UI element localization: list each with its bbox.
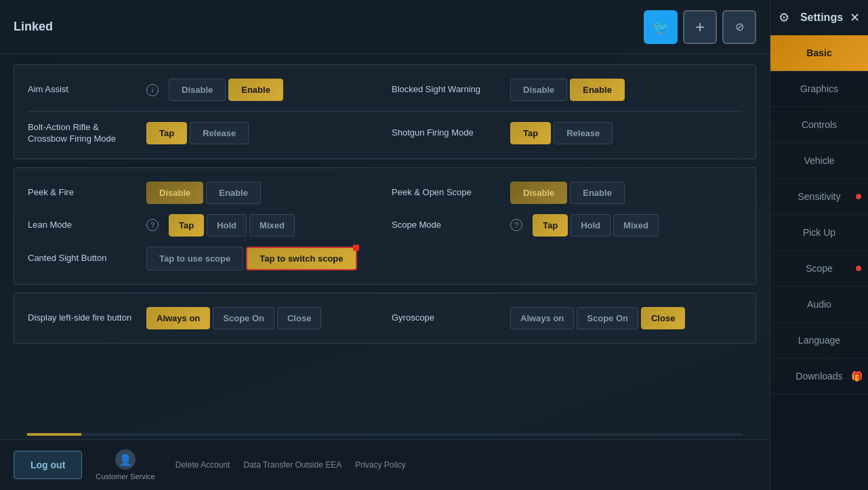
gyro-scope-button[interactable]: Scope On [577,307,638,329]
lean-mode-group: Lean Mode ? Tap Hold Mixed [28,214,378,237]
lean-hold-button[interactable]: Hold [207,214,247,237]
settings-gear-icon: ⚙ [779,10,789,25]
scroll-thumb [27,433,81,436]
scope-mode-group: Scope Mode ? Tap Hold Mixed [392,214,742,237]
section-1: Aim Assist i Disable Enable Blocked Sigh… [14,64,756,159]
display-fire-group: Display left-side fire button Always on … [28,307,378,329]
display-fire-buttons: Always on Scope On Close [146,307,321,329]
sidebar-header: ⚙ Settings ✕ [770,0,868,35]
sidebar-item-downloads[interactable]: Downloads 🎁 [770,359,868,394]
row-canted: Canted Sight Button Tap to use scope Tap… [28,247,742,270]
aim-assist-enable-button[interactable]: Enable [228,79,283,101]
customer-service-button[interactable]: 👤 Customer Service [96,449,154,481]
scope-mode-buttons: Tap Hold Mixed [533,214,659,237]
blocked-sight-disable-button[interactable]: Disable [510,79,567,101]
aim-assist-info-icon[interactable]: i [146,84,159,96]
blocked-sight-label: Blocked Sight Warning [392,84,500,96]
sidebar-item-graphics[interactable]: Graphics [770,71,868,107]
main-content: Aim Assist i Disable Enable Blocked Sigh… [0,54,770,433]
scope-info-icon[interactable]: ? [510,219,522,231]
scope-hold-button[interactable]: Hold [571,214,611,237]
aim-assist-label: Aim Assist [28,84,136,96]
peek-open-enable-button[interactable]: Enable [570,182,625,204]
section-2: Peek & Fire Disable Enable Peek & Open S… [14,167,756,285]
display-fire-label: Display left-side fire button [28,312,136,324]
blocked-sight-group: Blocked Sight Warning Disable Enable [392,79,742,101]
lean-tap-button[interactable]: Tap [169,214,204,237]
delete-account-link[interactable]: Delete Account [175,460,230,470]
canted-group: Canted Sight Button Tap to use scope Tap… [28,247,742,270]
bolt-action-group: Bolt-Action Rifle &Crossbow Firing Mode … [28,122,378,145]
edit-button[interactable]: ⊘ [722,10,756,44]
canted-notification-dot [353,245,359,251]
linked-label: Linked [14,20,53,34]
sidebar-item-controls[interactable]: Controls [770,107,868,143]
section-3: Display left-side fire button Always on … [14,293,756,344]
customer-service-label: Customer Service [96,472,154,481]
peek-open-label: Peek & Open Scope [392,187,500,199]
settings-close-icon[interactable]: ✕ [850,10,860,25]
logout-button[interactable]: Log out [14,451,82,479]
settings-title: Settings [800,12,843,24]
display-close-button[interactable]: Close [277,307,321,329]
aim-assist-group: Aim Assist i Disable Enable [28,79,378,101]
shotgun-tap-button[interactable]: Tap [510,122,551,144]
sidebar-item-scope[interactable]: Scope [770,251,868,287]
sensitivity-notification-dot [856,194,861,199]
settings-sidebar: ⚙ Settings ✕ Basic Graphics Controls Veh… [770,0,868,490]
bottom-bar: Log out 👤 Customer Service Delete Accoun… [0,439,770,490]
twitter-button[interactable]: 🐦 [644,10,678,44]
gyro-close-button[interactable]: Close [641,307,685,329]
sidebar-item-vehicle[interactable]: Vehicle [770,143,868,179]
shotgun-label: Shotgun Firing Mode [392,127,500,139]
scope-tap-button[interactable]: Tap [533,214,568,237]
sidebar-item-language[interactable]: Language [770,323,868,359]
lean-mixed-button[interactable]: Mixed [249,214,295,237]
shotgun-release-button[interactable]: Release [554,122,613,144]
peek-open-buttons: Disable Enable [510,182,625,204]
peek-fire-disable-button[interactable]: Disable [146,182,203,204]
scope-mode-label: Scope Mode [392,220,500,231]
bolt-action-label: Bolt-Action Rifle &Crossbow Firing Mode [28,122,136,145]
canted-label: Canted Sight Button [28,253,136,264]
data-transfer-link[interactable]: Data Transfer Outside EEA [243,460,342,470]
canted-opt1-button[interactable]: Tap to use scope [146,247,243,270]
sidebar-item-audio[interactable]: Audio [770,287,868,323]
peek-open-disable-button[interactable]: Disable [510,182,567,204]
downloads-gift-icon: 🎁 [851,371,863,382]
sidebar-item-basic[interactable]: Basic [770,35,868,71]
row-peek: Peek & Fire Disable Enable Peek & Open S… [28,182,742,204]
bolt-action-release-button[interactable]: Release [190,122,249,144]
bolt-action-buttons: Tap Release [146,122,249,144]
aim-assist-disable-button[interactable]: Disable [169,79,226,101]
twitter-icon: 🐦 [653,19,669,35]
plus-icon: + [695,18,705,37]
display-scope-button[interactable]: Scope On [213,307,274,329]
privacy-policy-link[interactable]: Privacy Policy [355,460,406,470]
peek-fire-group: Peek & Fire Disable Enable [28,182,378,204]
shotgun-buttons: Tap Release [510,122,613,144]
scroll-indicator [27,433,743,436]
blocked-sight-enable-button[interactable]: Enable [570,79,625,101]
lean-buttons: Tap Hold Mixed [169,214,295,237]
row-lean-scope: Lean Mode ? Tap Hold Mixed Scope Mode ? … [28,214,742,237]
sidebar-item-pickup[interactable]: Pick Up [770,215,868,251]
peek-fire-label: Peek & Fire [28,187,136,199]
peek-fire-enable-button[interactable]: Enable [206,182,261,204]
canted-opt2-button[interactable]: Tap to switch scope [246,247,356,270]
gyroscope-buttons: Always on Scope On Close [510,307,685,329]
gyroscope-label: Gyroscope [392,312,500,324]
sidebar-item-sensitivity[interactable]: Sensitivity [770,179,868,215]
lean-label: Lean Mode [28,220,136,231]
bolt-action-tap-button[interactable]: Tap [146,122,187,144]
display-always-button[interactable]: Always on [146,307,210,329]
scope-mixed-button[interactable]: Mixed [613,214,659,237]
peek-open-group: Peek & Open Scope Disable Enable [392,182,742,204]
gyro-always-button[interactable]: Always on [510,307,574,329]
lean-info-icon[interactable]: ? [146,219,159,231]
add-button[interactable]: + [683,10,717,44]
scope-notification-dot [856,266,861,271]
row-aim-blocked: Aim Assist i Disable Enable Blocked Sigh… [28,79,742,101]
aim-assist-buttons: Disable Enable [169,79,283,101]
canted-buttons: Tap to use scope Tap to switch scope [146,247,357,270]
